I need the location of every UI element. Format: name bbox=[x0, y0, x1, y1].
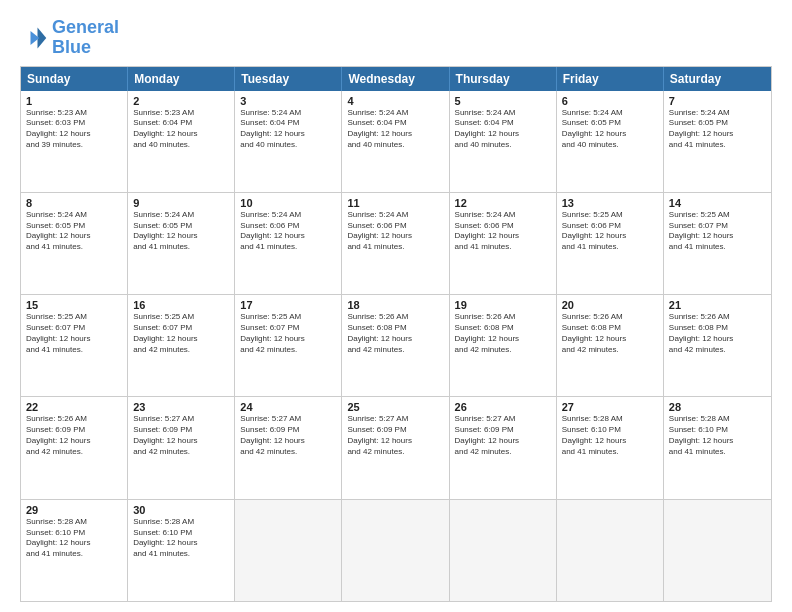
cell-line: Daylight: 12 hours bbox=[26, 129, 122, 140]
cell-line: and 41 minutes. bbox=[133, 549, 229, 560]
cell-line: Daylight: 12 hours bbox=[26, 538, 122, 549]
cell-line: Daylight: 12 hours bbox=[669, 129, 766, 140]
day-number: 15 bbox=[26, 299, 122, 311]
cell-line: Sunrise: 5:24 AM bbox=[455, 210, 551, 221]
cell-line: Daylight: 12 hours bbox=[240, 129, 336, 140]
day-number: 5 bbox=[455, 95, 551, 107]
page: General Blue SundayMondayTuesdayWednesda… bbox=[0, 0, 792, 612]
cell-line: Sunrise: 5:24 AM bbox=[562, 108, 658, 119]
cell-line: Daylight: 12 hours bbox=[133, 231, 229, 242]
cell-line: Daylight: 12 hours bbox=[347, 129, 443, 140]
calendar-header: SundayMondayTuesdayWednesdayThursdayFrid… bbox=[21, 67, 771, 91]
logo: General Blue bbox=[20, 18, 119, 58]
day-number: 12 bbox=[455, 197, 551, 209]
day-cell-8: 8Sunrise: 5:24 AMSunset: 6:05 PMDaylight… bbox=[21, 193, 128, 294]
cell-line: Sunset: 6:05 PM bbox=[26, 221, 122, 232]
cell-line: Sunset: 6:04 PM bbox=[133, 118, 229, 129]
day-number: 6 bbox=[562, 95, 658, 107]
cell-line: Sunset: 6:06 PM bbox=[455, 221, 551, 232]
day-number: 25 bbox=[347, 401, 443, 413]
cell-line: and 42 minutes. bbox=[455, 345, 551, 356]
day-number: 27 bbox=[562, 401, 658, 413]
cell-line: and 42 minutes. bbox=[26, 447, 122, 458]
cell-line: and 41 minutes. bbox=[26, 242, 122, 253]
cell-line: Sunrise: 5:28 AM bbox=[562, 414, 658, 425]
day-number: 1 bbox=[26, 95, 122, 107]
empty-cell bbox=[342, 500, 449, 601]
cell-line: and 41 minutes. bbox=[240, 242, 336, 253]
cell-line: and 41 minutes. bbox=[562, 447, 658, 458]
day-cell-3: 3Sunrise: 5:24 AMSunset: 6:04 PMDaylight… bbox=[235, 91, 342, 192]
cell-line: Daylight: 12 hours bbox=[26, 231, 122, 242]
cell-line: Daylight: 12 hours bbox=[669, 231, 766, 242]
cell-line: and 41 minutes. bbox=[26, 345, 122, 356]
cell-line: Sunrise: 5:24 AM bbox=[347, 108, 443, 119]
day-cell-19: 19Sunrise: 5:26 AMSunset: 6:08 PMDayligh… bbox=[450, 295, 557, 396]
cell-line: Daylight: 12 hours bbox=[455, 129, 551, 140]
cell-line: Sunrise: 5:27 AM bbox=[455, 414, 551, 425]
day-number: 14 bbox=[669, 197, 766, 209]
empty-cell bbox=[664, 500, 771, 601]
cell-line: Sunset: 6:06 PM bbox=[562, 221, 658, 232]
calendar-row: 8Sunrise: 5:24 AMSunset: 6:05 PMDaylight… bbox=[21, 193, 771, 295]
day-number: 3 bbox=[240, 95, 336, 107]
cell-line: Sunset: 6:08 PM bbox=[669, 323, 766, 334]
day-number: 9 bbox=[133, 197, 229, 209]
day-number: 10 bbox=[240, 197, 336, 209]
day-cell-10: 10Sunrise: 5:24 AMSunset: 6:06 PMDayligh… bbox=[235, 193, 342, 294]
cell-line: and 42 minutes. bbox=[347, 447, 443, 458]
cell-line: Sunrise: 5:27 AM bbox=[240, 414, 336, 425]
cell-line: and 42 minutes. bbox=[133, 345, 229, 356]
cell-line: Sunset: 6:04 PM bbox=[240, 118, 336, 129]
cell-line: Daylight: 12 hours bbox=[133, 538, 229, 549]
day-number: 21 bbox=[669, 299, 766, 311]
cell-line: Sunset: 6:09 PM bbox=[26, 425, 122, 436]
day-number: 29 bbox=[26, 504, 122, 516]
cell-line: Sunrise: 5:25 AM bbox=[26, 312, 122, 323]
cell-line: Sunrise: 5:26 AM bbox=[26, 414, 122, 425]
cell-line: Sunset: 6:08 PM bbox=[455, 323, 551, 334]
day-cell-1: 1Sunrise: 5:23 AMSunset: 6:03 PMDaylight… bbox=[21, 91, 128, 192]
cell-line: and 40 minutes. bbox=[133, 140, 229, 151]
cell-line: Daylight: 12 hours bbox=[133, 436, 229, 447]
cell-line: Sunrise: 5:24 AM bbox=[455, 108, 551, 119]
day-number: 4 bbox=[347, 95, 443, 107]
cell-line: Sunrise: 5:25 AM bbox=[669, 210, 766, 221]
cell-line: and 41 minutes. bbox=[669, 140, 766, 151]
cell-line: and 40 minutes. bbox=[347, 140, 443, 151]
day-number: 26 bbox=[455, 401, 551, 413]
cell-line: Sunrise: 5:24 AM bbox=[347, 210, 443, 221]
day-number: 23 bbox=[133, 401, 229, 413]
cell-line: Sunrise: 5:26 AM bbox=[669, 312, 766, 323]
header-day-friday: Friday bbox=[557, 67, 664, 91]
cell-line: Sunset: 6:10 PM bbox=[562, 425, 658, 436]
cell-line: Sunset: 6:07 PM bbox=[240, 323, 336, 334]
calendar: SundayMondayTuesdayWednesdayThursdayFrid… bbox=[20, 66, 772, 602]
header-day-tuesday: Tuesday bbox=[235, 67, 342, 91]
cell-line: Sunset: 6:10 PM bbox=[133, 528, 229, 539]
day-cell-14: 14Sunrise: 5:25 AMSunset: 6:07 PMDayligh… bbox=[664, 193, 771, 294]
cell-line: Sunset: 6:09 PM bbox=[455, 425, 551, 436]
cell-line: Sunset: 6:05 PM bbox=[669, 118, 766, 129]
day-cell-25: 25Sunrise: 5:27 AMSunset: 6:09 PMDayligh… bbox=[342, 397, 449, 498]
day-number: 22 bbox=[26, 401, 122, 413]
cell-line: and 42 minutes. bbox=[240, 345, 336, 356]
calendar-body: 1Sunrise: 5:23 AMSunset: 6:03 PMDaylight… bbox=[21, 91, 771, 601]
cell-line: Sunset: 6:08 PM bbox=[347, 323, 443, 334]
day-number: 28 bbox=[669, 401, 766, 413]
day-number: 17 bbox=[240, 299, 336, 311]
cell-line: Sunrise: 5:28 AM bbox=[669, 414, 766, 425]
cell-line: Sunset: 6:10 PM bbox=[26, 528, 122, 539]
cell-line: Daylight: 12 hours bbox=[347, 334, 443, 345]
logo-text: General Blue bbox=[52, 18, 119, 58]
cell-line: Sunset: 6:09 PM bbox=[347, 425, 443, 436]
cell-line: Sunrise: 5:25 AM bbox=[240, 312, 336, 323]
cell-line: Sunrise: 5:25 AM bbox=[562, 210, 658, 221]
day-cell-27: 27Sunrise: 5:28 AMSunset: 6:10 PMDayligh… bbox=[557, 397, 664, 498]
day-cell-17: 17Sunrise: 5:25 AMSunset: 6:07 PMDayligh… bbox=[235, 295, 342, 396]
cell-line: Sunrise: 5:24 AM bbox=[240, 108, 336, 119]
empty-cell bbox=[450, 500, 557, 601]
cell-line: Sunset: 6:09 PM bbox=[240, 425, 336, 436]
day-number: 8 bbox=[26, 197, 122, 209]
cell-line: and 41 minutes. bbox=[347, 242, 443, 253]
